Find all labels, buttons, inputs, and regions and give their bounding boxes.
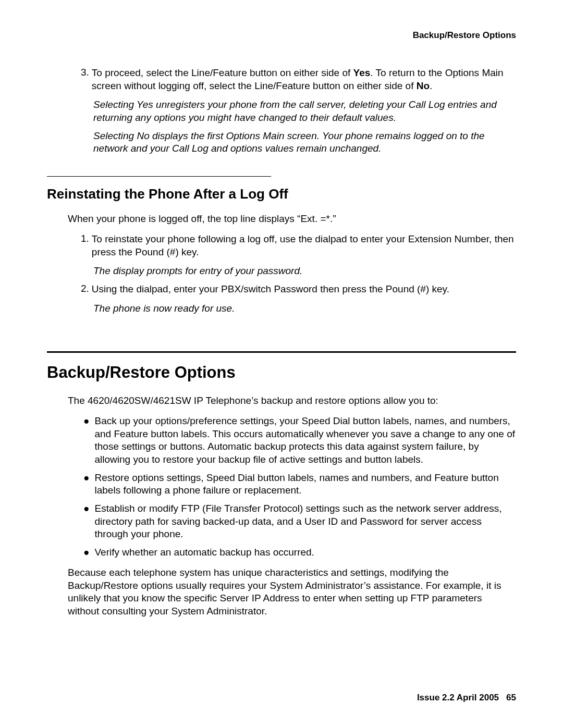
step-number: 1. <box>81 233 89 258</box>
backup-intro: The 4620/4620SW/4621SW IP Telephone’s ba… <box>68 394 516 408</box>
bullet-text: Back up your options/preference settings… <box>94 415 516 466</box>
bullet-text: Establish or modify FTP (File Transfer P… <box>94 502 516 541</box>
step-number: 3. <box>81 67 89 92</box>
heading-reinstate: Reinstating the Phone After a Log Off <box>47 186 516 202</box>
backup-bullet-list: ● Back up your options/preference settin… <box>83 415 516 559</box>
bullet-item: ● Back up your options/preference settin… <box>83 415 516 466</box>
page-container: Backup/Restore Options 3. To proceed, se… <box>0 0 563 728</box>
bullet-text: Restore options settings, Speed Dial but… <box>94 472 516 497</box>
running-header: Backup/Restore Options <box>47 30 516 41</box>
step-3-block: 3. To proceed, select the Line/Feature b… <box>81 67 516 155</box>
bullet-item: ● Restore options settings, Speed Dial b… <box>83 472 516 497</box>
backup-closing: Because each telephone system has unique… <box>68 566 516 618</box>
text-yes: Yes <box>353 67 371 78</box>
step-text-part1: To proceed, select the Line/Feature butt… <box>92 67 353 78</box>
step-body: To reinstate your phone following a log … <box>92 233 516 258</box>
reinstate-steps: 1. To reinstate your phone following a l… <box>81 233 516 315</box>
bullet-icon: ● <box>83 472 89 497</box>
text-no: No <box>417 80 430 91</box>
step-body: To proceed, select the Line/Feature butt… <box>92 67 516 92</box>
reinstate-step-1: 1. To reinstate your phone following a l… <box>81 233 516 258</box>
footer-issue: Issue 2.2 April 2005 <box>417 693 499 702</box>
heading-backup-restore: Backup/Restore Options <box>47 363 516 382</box>
note-no: Selecting No displays the first Options … <box>93 130 516 155</box>
bullet-item: ● Verify whether an automatic backup has… <box>83 546 516 559</box>
section-divider-short <box>47 176 271 177</box>
section-divider-thick <box>47 351 516 353</box>
bullet-text: Verify whether an automatic backup has o… <box>94 546 516 559</box>
reinstate-intro: When your phone is logged off, the top l… <box>68 213 516 226</box>
step1-note: The display prompts for entry of your pa… <box>93 265 516 278</box>
footer-page-number: 65 <box>506 693 516 702</box>
step-3: 3. To proceed, select the Line/Feature b… <box>81 67 516 92</box>
page-footer: Issue 2.2 April 200565 <box>417 693 516 703</box>
step-number: 2. <box>81 283 89 296</box>
bullet-item: ● Establish or modify FTP (File Transfer… <box>83 502 516 541</box>
step2-note: The phone is now ready for use. <box>93 302 516 315</box>
reinstate-step-2: 2. Using the dialpad, enter your PBX/swi… <box>81 283 516 296</box>
note-yes: Selecting Yes unregisters your phone fro… <box>93 98 516 124</box>
bullet-icon: ● <box>83 415 89 466</box>
step-text-end: . <box>430 80 432 91</box>
bullet-icon: ● <box>83 502 89 541</box>
step-body: Using the dialpad, enter your PBX/switch… <box>92 283 516 296</box>
bullet-icon: ● <box>83 546 89 559</box>
